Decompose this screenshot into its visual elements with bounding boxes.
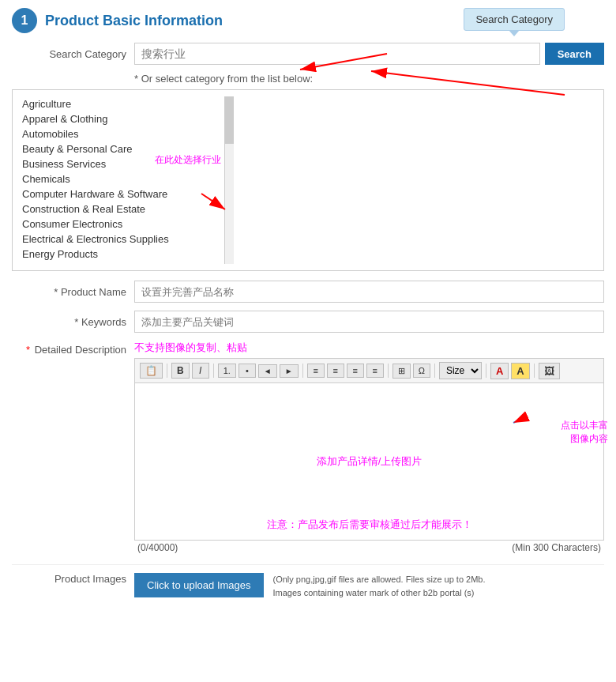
upload-note: (Only png,jpg,gif files are allowed. Fil… bbox=[273, 573, 486, 599]
toolbar-bg-color-btn[interactable]: A bbox=[511, 363, 529, 379]
list-item[interactable]: Agriculture bbox=[19, 96, 220, 111]
toolbar-size-select[interactable]: Size bbox=[439, 362, 482, 379]
keywords-input[interactable] bbox=[134, 311, 604, 333]
scrollbar[interactable] bbox=[224, 96, 234, 264]
toolbar-outdent-btn[interactable]: ◄ bbox=[258, 364, 277, 378]
list-item[interactable]: Chemicals bbox=[19, 171, 220, 187]
upload-note-line1: (Only png,jpg,gif files are allowed. Fil… bbox=[273, 573, 486, 586]
list-item[interactable]: Business Services bbox=[19, 156, 220, 171]
list-item[interactable]: Apparel & Clothing bbox=[19, 111, 220, 126]
list-item[interactable]: Energy Products bbox=[19, 247, 220, 262]
description-label: * Detailed Description bbox=[12, 341, 134, 356]
search-category-input[interactable] bbox=[134, 43, 540, 65]
separator-2 bbox=[213, 364, 214, 378]
paste-note: 不支持图像的复制、粘贴 bbox=[134, 341, 604, 355]
list-item[interactable]: Environment bbox=[19, 262, 220, 264]
toolbar-paste-btn[interactable]: 📋 bbox=[140, 363, 163, 379]
product-name-row: * Product Name bbox=[12, 281, 604, 303]
product-images-row: Product Images Click to upload Images (O… bbox=[12, 564, 604, 599]
or-select-text: * Or select category from the list below… bbox=[134, 73, 604, 85]
toolbar-justify-btn[interactable]: ≡ bbox=[366, 364, 384, 378]
toolbar-indent-btn[interactable]: ► bbox=[280, 364, 299, 378]
char-count: (0/40000) bbox=[137, 542, 178, 553]
product-name-label: * Product Name bbox=[12, 286, 134, 298]
list-item[interactable]: Electrical & Electronics Supplies bbox=[19, 232, 220, 247]
separator-5 bbox=[434, 364, 435, 378]
category-list-container: AgricultureApparel & ClothingAutomobiles… bbox=[12, 89, 604, 271]
toolbar-ordered-list-btn[interactable]: 1. bbox=[218, 364, 236, 378]
description-content: 不支持图像的复制、粘贴 📋 B I 1. • ◄ ► ≡ ≡ ≡ ≡ ⊞ Ω bbox=[134, 341, 604, 563]
toolbar-align-left-btn[interactable]: ≡ bbox=[307, 364, 325, 378]
toolbar-italic-btn[interactable]: I bbox=[192, 363, 209, 379]
keywords-label: * Keywords bbox=[12, 316, 134, 328]
toolbar-special-char-btn[interactable]: Ω bbox=[413, 364, 430, 378]
richtext-toolbar: 📋 B I 1. • ◄ ► ≡ ≡ ≡ ≡ ⊞ Ω Size bbox=[134, 358, 604, 382]
search-category-tooltip: Search Category bbox=[464, 8, 565, 31]
upload-images-button[interactable]: Click to upload Images bbox=[134, 573, 264, 597]
description-row: * Detailed Description 不支持图像的复制、粘贴 📋 B I… bbox=[12, 341, 604, 563]
separator-1 bbox=[167, 364, 167, 378]
toolbar-bold-btn[interactable]: B bbox=[171, 363, 190, 379]
step-badge: 1 bbox=[12, 8, 37, 33]
list-item[interactable]: Automobiles bbox=[19, 126, 220, 141]
scrollbar-thumb bbox=[225, 96, 234, 144]
list-item[interactable]: Construction & Real Estate bbox=[19, 202, 220, 217]
list-item[interactable]: Computer Hardware & Software bbox=[19, 187, 220, 202]
toolbar-table-btn[interactable]: ⊞ bbox=[393, 364, 411, 379]
separator-3 bbox=[302, 364, 303, 378]
description-label-text: Detailed Description bbox=[35, 344, 126, 356]
separator-4 bbox=[388, 364, 389, 378]
toolbar-align-center-btn[interactable]: ≡ bbox=[327, 364, 344, 378]
search-button[interactable]: Search bbox=[545, 43, 604, 65]
upload-note-line2: Images containing water mark of other b2… bbox=[273, 586, 486, 600]
toolbar-unordered-list-btn[interactable]: • bbox=[239, 364, 256, 378]
list-item[interactable]: Consumer Electronics bbox=[19, 217, 220, 232]
search-category-row: Search Category Search bbox=[12, 43, 604, 65]
product-images-label: Product Images bbox=[12, 573, 134, 585]
richtext-content-area[interactable]: 添加产品详情/上传图片 注意：产品发布后需要审核通过后才能展示！ bbox=[134, 382, 604, 541]
separator-6 bbox=[486, 364, 486, 378]
toolbar-align-right-btn[interactable]: ≡ bbox=[347, 364, 364, 378]
toolbar-font-color-btn[interactable]: A bbox=[490, 363, 509, 379]
toolbar-image-btn[interactable]: 🖼 bbox=[539, 363, 560, 379]
search-category-label: Search Category bbox=[12, 48, 134, 60]
page-title: Product Basic Information bbox=[45, 13, 223, 29]
richtext-placeholder: 添加产品详情/上传图片 bbox=[317, 454, 423, 469]
char-count-row: (0/40000) (Min 300 Characters) bbox=[134, 541, 604, 555]
product-name-input[interactable] bbox=[134, 281, 604, 303]
list-item[interactable]: Beauty & Personal Care bbox=[19, 141, 220, 156]
category-list[interactable]: AgricultureApparel & ClothingAutomobiles… bbox=[19, 96, 224, 264]
richtext-bottom-note: 注意：产品发布后需要审核通过后才能展示！ bbox=[267, 518, 472, 532]
min-chars: (Min 300 Characters) bbox=[512, 542, 601, 553]
separator-7 bbox=[534, 364, 535, 378]
keywords-row: * Keywords bbox=[12, 311, 604, 333]
